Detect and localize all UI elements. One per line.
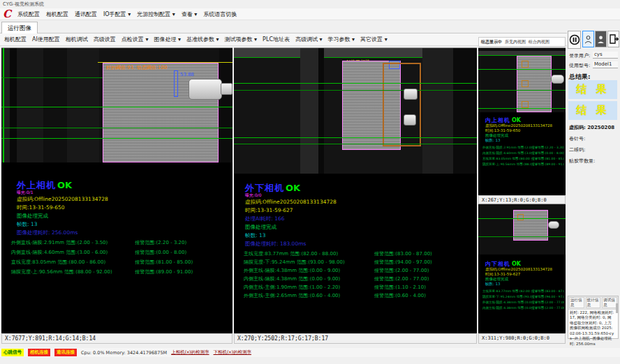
menu-language-switch[interactable]: 系统语言切换 bbox=[203, 10, 237, 18]
upper-camera-rate-link[interactable]: 上相机(x)的检测率 bbox=[171, 349, 209, 356]
measure-line bbox=[478, 108, 566, 109]
measure-row: 外侧直线-隔膜:2.91mm 范围:(2.00 - 3.50)报警范围:(2.2… bbox=[11, 239, 228, 246]
result-ok-badge: OK bbox=[57, 180, 72, 190]
measure-line bbox=[1, 138, 232, 139]
mini-tab-2[interactable]: 组合内视图 bbox=[529, 39, 549, 45]
elapsed-line: 图像处理耗时: 183.00ms bbox=[245, 241, 306, 248]
measure-line bbox=[234, 137, 477, 138]
camera-panel-inner-upper: 内上相机OK 虚拟码:Offline20250208133134728 时间:1… bbox=[478, 47, 566, 195]
camera-image-outer-lower[interactable]: AI使用相机 bbox=[234, 48, 477, 174]
measure-row: 外侧主线-主侧:2.65mm 范围:(0.60 - 4.00)报警范围:(0.6… bbox=[244, 292, 473, 299]
tool-ai-config[interactable]: AI使用配置 bbox=[32, 36, 60, 43]
result-ok-badge: OK bbox=[512, 117, 521, 123]
exposure-label: 曝光:0/0 bbox=[245, 192, 262, 199]
runtime-info-box: 运行信息 统计信息 调试信息 耗时: 222, 网络检测耗时: 17, 网络分类… bbox=[568, 296, 619, 339]
measure-row: 隔膜宽度-上:90.56mm 范围:(88.00 - 92.00)报警范围:(8… bbox=[11, 268, 228, 275]
tool-image-processing[interactable]: 图像处理 ▾ bbox=[154, 36, 181, 43]
pause-icon bbox=[569, 34, 580, 45]
login-user-value[interactable]: cys bbox=[593, 52, 618, 59]
lower-camera-rate-link[interactable]: 下相机(x)的检测率 bbox=[214, 349, 251, 356]
measure-line bbox=[234, 144, 477, 144]
virtual-code-line: 虚拟码:Offline20250208133134728 bbox=[245, 199, 337, 206]
measure-row: 隔膜宽度-下:95.24mm 范围:(93.00 - 98.00)报警范围:(9… bbox=[244, 259, 473, 266]
mini-tab-0[interactable]: 组态显示中 bbox=[481, 39, 502, 45]
menu-system-config[interactable]: 系统配置 bbox=[17, 10, 40, 18]
tool-other-settings[interactable]: 其它设置 ▾ bbox=[360, 36, 388, 43]
user-icon bbox=[584, 35, 592, 44]
info-scrollbar[interactable] bbox=[616, 303, 618, 313]
bright-feature bbox=[404, 89, 418, 100]
time-line: 时间:13-31-59-650 bbox=[485, 128, 520, 133]
menu-io-config[interactable]: IO手配置 ▾ bbox=[103, 10, 131, 18]
tool-camera-config[interactable]: 相机配置 bbox=[4, 36, 27, 43]
tab-connector-shape bbox=[551, 75, 564, 84]
tab-run-image[interactable]: 运行图像 bbox=[1, 22, 38, 33]
tool-plc-address[interactable]: PLC地址表 bbox=[263, 36, 290, 43]
tab-connector-tail bbox=[221, 83, 232, 95]
tool-spot-check[interactable]: 点检设置 ▾ bbox=[121, 36, 149, 43]
info-tab-stats[interactable]: 统计信息 bbox=[586, 297, 601, 308]
measure-line bbox=[478, 90, 566, 91]
app-window: CYG-视觉检测系统 C 系统配置 相机配置 通讯配置 IO手配置 ▾ 光源控制… bbox=[0, 0, 620, 364]
image-stripe bbox=[318, 48, 324, 174]
cpu-memory-text: Cpu: 0.0% Memory: 3424.41796875M bbox=[81, 350, 167, 356]
tool-baseline-params[interactable]: 基准线参数 ▾ bbox=[186, 36, 219, 43]
login-user-label: 登录用户: bbox=[569, 52, 590, 59]
measure-row: 隔膜宽度-下:95.24mm 范围:(93.00 - 98.00)报警范围:(9… bbox=[482, 295, 564, 298]
result-display-lower: 结 果 bbox=[568, 101, 617, 120]
roi-rect-orange bbox=[522, 101, 529, 108]
measure-line bbox=[234, 83, 477, 84]
product-block bbox=[103, 63, 219, 162]
measure-line bbox=[234, 90, 477, 91]
exit-door-icon bbox=[609, 34, 619, 44]
frame-count-line: 帧数: 13 bbox=[485, 138, 501, 143]
model-value[interactable]: Model1 bbox=[593, 61, 618, 68]
roi-rect-orange bbox=[522, 61, 529, 68]
measure-row: 外侧直线-隔膜:2.91mm 范围:(2.00 - 3.50)报警范围:(2.2… bbox=[482, 146, 564, 149]
login-user-button[interactable] bbox=[582, 31, 594, 47]
measure-row: 内侧直线-隔膜:4.60mm 范围:(3.00 - 6.00)报警范围:(0.0… bbox=[11, 249, 228, 256]
tool-advanced-debug[interactable]: 高级调试 ▾ bbox=[295, 36, 323, 43]
menu-camera-config[interactable]: 相机配置 bbox=[46, 10, 68, 18]
camera-name: 外上相机 bbox=[17, 180, 56, 190]
pin-number-label: 卷针号: bbox=[569, 135, 585, 142]
measure-row: 隔膜宽度-上:90.56mm 范围:(88.00 - 92.00)报警范围:(8… bbox=[482, 162, 564, 166]
info-tab-strip: 运行信息 统计信息 调试信息 bbox=[568, 296, 618, 310]
image-stripe bbox=[422, 48, 453, 174]
menu-comm-config[interactable]: 通讯配置 bbox=[75, 10, 97, 18]
measure-line bbox=[478, 236, 566, 237]
measure-row: 外侧主线-隔膜:4.38mm 范围:(0.00 - 9.00)报警范围:(2.0… bbox=[244, 267, 473, 274]
camera-link-status-badge: 相机连接 bbox=[28, 349, 50, 356]
camera-panel-inner-lower: 内下相机OK 虚拟码:Offline20250208133134728 时间:1… bbox=[478, 204, 566, 333]
mini-tab-1[interactable]: 所见内视图 bbox=[505, 39, 526, 45]
virtual-code-line: 虚拟码:Offline20250208133134728 bbox=[485, 123, 552, 128]
menu-view[interactable]: 查看 ▾ bbox=[182, 10, 198, 18]
frame-count-line: 帧数: 13 bbox=[245, 232, 265, 239]
pixel-status-middle: X:270;Y:2502;R:17;G:17;B:17 bbox=[234, 333, 477, 344]
menu-light-config[interactable]: 光源控制配置 ▾ bbox=[137, 10, 175, 18]
image-stripe bbox=[43, 48, 67, 162]
tool-learning-params[interactable]: 学习参数 ▾ bbox=[328, 36, 355, 43]
measure-line bbox=[1, 77, 106, 78]
app-logo-icon: C bbox=[3, 10, 11, 19]
operator-button[interactable] bbox=[595, 31, 607, 47]
tab-connector-shape bbox=[189, 79, 222, 100]
process-done-line: 图像处理完成 bbox=[485, 133, 508, 138]
camera-image-inner-upper[interactable] bbox=[478, 48, 566, 112]
process-done-line: 图像处理完成 bbox=[485, 277, 508, 282]
info-tab-run[interactable]: 运行信息 bbox=[569, 297, 584, 308]
tool-advanced-settings[interactable]: 高级设置 bbox=[94, 36, 116, 43]
camera-image-inner-lower[interactable] bbox=[478, 204, 566, 255]
exit-button[interactable] bbox=[607, 31, 619, 47]
camera-panel-outer-lower: AI使用相机 外下相机OK 曝光:0/0 虚拟码:Offline20250208… bbox=[234, 47, 477, 333]
image-stripe bbox=[219, 48, 232, 162]
tool-camera-debug[interactable]: 相机调试 bbox=[66, 36, 88, 43]
measure-row: 内侧主线-隔膜:4.38mm 范围:(0.00 - 9.00)报警范围:(2.0… bbox=[244, 275, 473, 282]
tool-test-params[interactable]: 测试项参数 ▾ bbox=[225, 36, 258, 43]
pause-button[interactable] bbox=[568, 31, 581, 49]
info-tab-debug[interactable]: 调试信息 bbox=[602, 297, 617, 308]
camera-image-outer-upper[interactable]: 好的阈值:93, 动态阈值:100 53.88 bbox=[1, 48, 232, 162]
measure-row: 外侧主线-隔膜:4.38mm 范围:(0.00 - 9.00)报警范围:(2.0… bbox=[482, 301, 564, 304]
result-ok-badge: OK bbox=[512, 261, 521, 267]
measure-row: 直线宽度:83.05mm 范围:(80.00 - 86.00)报警范围:(81.… bbox=[482, 157, 564, 160]
